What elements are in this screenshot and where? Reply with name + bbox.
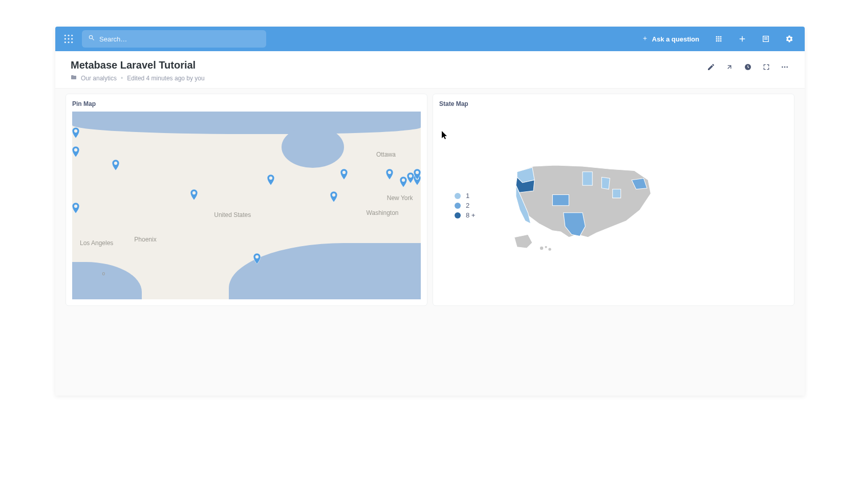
svg-point-8	[71, 41, 73, 43]
app-window: Ask a question Metabase Laravel Tutorial…	[55, 27, 805, 396]
plus-icon	[642, 35, 648, 43]
map-pin[interactable]	[400, 177, 407, 187]
svg-point-6	[64, 41, 66, 43]
legend-swatch	[455, 212, 461, 218]
fullscreen-icon[interactable]	[762, 62, 771, 72]
pencil-icon[interactable]	[706, 62, 716, 72]
svg-point-11	[784, 67, 786, 68]
gear-icon[interactable]	[781, 31, 798, 47]
svg-point-0	[64, 35, 66, 36]
edited-text: Edited 4 minutes ago by you	[127, 75, 204, 82]
legend-label: 8 +	[466, 211, 475, 219]
svg-point-5	[71, 38, 73, 39]
svg-point-2	[71, 35, 73, 36]
page-title: Metabase Laravel Tutorial	[71, 59, 205, 71]
pin-map-canvas[interactable]: Ottawa New York Washington United States…	[72, 112, 421, 299]
map-pin[interactable]	[414, 169, 421, 179]
map-pin[interactable]	[112, 160, 119, 170]
map-pin[interactable]	[330, 191, 337, 202]
card-title: State Map	[439, 100, 788, 107]
map-label-circle: o	[102, 270, 105, 276]
legend-label: 1	[466, 192, 469, 200]
svg-point-7	[68, 41, 69, 43]
legend-item: 8 +	[455, 211, 475, 219]
map-label-ottawa: Ottawa	[376, 151, 396, 158]
map-pin[interactable]	[267, 174, 274, 185]
svg-point-14	[545, 246, 547, 248]
dashboard-body: Pin Map Ottawa New York Washington Unite…	[55, 89, 805, 396]
search-icon	[88, 34, 95, 43]
map-label-phoenix: Phoenix	[134, 236, 156, 243]
cursor-icon	[442, 131, 448, 139]
map-pin[interactable]	[386, 169, 393, 179]
legend: 128 +	[455, 192, 475, 219]
svg-point-13	[540, 247, 543, 250]
map-pin[interactable]	[340, 169, 348, 179]
svg-point-10	[782, 67, 783, 68]
svg-point-3	[64, 38, 66, 39]
map-pin[interactable]	[72, 127, 79, 138]
add-icon[interactable]	[734, 31, 750, 47]
metabase-logo-icon[interactable]	[62, 33, 75, 45]
legend-item: 2	[455, 202, 475, 209]
map-label-la: Los Angeles	[80, 239, 113, 247]
more-icon[interactable]	[780, 62, 789, 72]
search-input[interactable]	[99, 35, 260, 43]
breadcrumb: Our analytics • Edited 4 minutes ago by …	[71, 74, 205, 82]
map-label-washington: Washington	[367, 209, 399, 216]
map-label-newyork: New York	[387, 194, 413, 202]
card-title: Pin Map	[72, 100, 421, 107]
pin-map-card[interactable]: Pin Map Ottawa New York Washington Unite…	[66, 94, 427, 306]
folder-icon	[71, 74, 77, 82]
legend-swatch	[455, 203, 461, 209]
share-arrow-icon[interactable]	[725, 62, 734, 72]
page-actions	[706, 59, 789, 72]
us-choropleth-map[interactable]	[501, 150, 664, 261]
state-map-card[interactable]: State Map 128 +	[433, 94, 794, 306]
map-pin[interactable]	[407, 172, 414, 183]
legend-item: 1	[455, 192, 475, 200]
separator: •	[121, 75, 123, 82]
map-label-us: United States	[214, 211, 251, 218]
svg-point-15	[549, 248, 551, 250]
svg-point-4	[68, 38, 69, 39]
grid-menu-icon[interactable]	[711, 31, 727, 47]
svg-point-12	[786, 67, 788, 68]
search-box[interactable]	[82, 30, 266, 48]
map-pin[interactable]	[253, 253, 261, 264]
map-pin[interactable]	[72, 203, 79, 213]
map-pin[interactable]	[190, 189, 198, 200]
svg-point-1	[68, 35, 69, 36]
clock-icon[interactable]	[743, 62, 752, 72]
ask-question-button[interactable]: Ask a question	[638, 35, 703, 43]
page-header: Metabase Laravel Tutorial Our analytics …	[55, 51, 805, 89]
topbar: Ask a question	[55, 27, 805, 51]
collection-link[interactable]: Our analytics	[81, 75, 117, 82]
ask-question-label: Ask a question	[652, 35, 699, 43]
data-reference-icon[interactable]	[758, 31, 774, 47]
legend-swatch	[455, 193, 461, 199]
map-pin[interactable]	[72, 146, 79, 157]
legend-label: 2	[466, 202, 469, 209]
